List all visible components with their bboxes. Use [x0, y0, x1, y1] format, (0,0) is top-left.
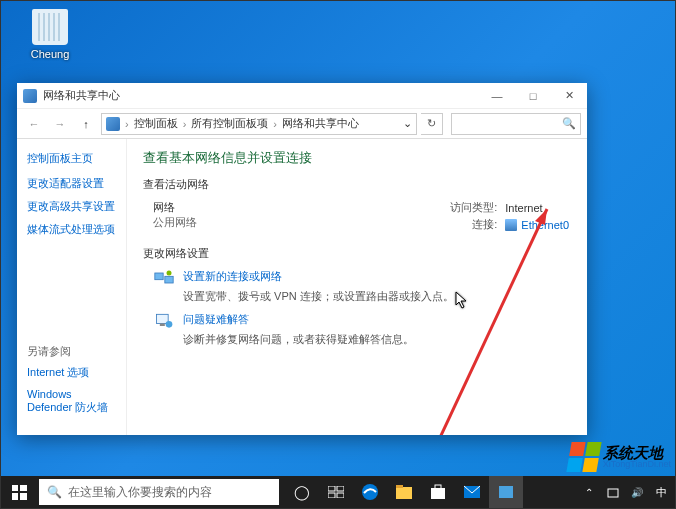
sidebar-link-firewall[interactable]: Windows Defender 防火墙: [27, 388, 116, 415]
option-new-connection-title: 设置新的连接或网络: [183, 269, 282, 284]
watermark: 系统天地 XiTongTianDi.net: [569, 442, 671, 472]
breadcrumb-dropdown[interactable]: ⌄: [403, 117, 412, 130]
titlebar[interactable]: 网络和共享中心 — □ ✕: [17, 83, 587, 109]
troubleshoot-icon: [153, 312, 175, 330]
taskbar: 🔍 在这里输入你要搜索的内容 ◯ ⌃ 🔊 中: [1, 476, 675, 508]
watermark-logo-icon: [566, 442, 601, 472]
option-new-connection-desc: 设置宽带、拨号或 VPN 连接；或设置路由器或接入点。: [183, 289, 569, 304]
sidebar-link-media-streaming[interactable]: 媒体流式处理选项: [27, 222, 116, 237]
refresh-button[interactable]: ↻: [421, 113, 443, 135]
sidebar-home-link[interactable]: 控制面板主页: [27, 151, 116, 166]
option-troubleshoot-title: 问题疑难解答: [183, 312, 249, 327]
taskbar-app-mail[interactable]: [455, 476, 489, 508]
breadcrumb[interactable]: › 控制面板 › 所有控制面板项 › 网络和共享中心 ⌄: [101, 113, 417, 135]
page-heading: 查看基本网络信息并设置连接: [143, 149, 569, 167]
svg-rect-8: [328, 486, 335, 491]
task-view-icon: [328, 486, 344, 498]
minimize-button[interactable]: —: [479, 83, 515, 108]
taskbar-app-store[interactable]: [421, 476, 455, 508]
svg-rect-9: [337, 486, 344, 491]
svg-rect-14: [396, 485, 403, 488]
breadcrumb-item[interactable]: 控制面板: [134, 116, 178, 131]
network-name: 网络: [153, 200, 303, 215]
search-input[interactable]: 🔍: [451, 113, 581, 135]
start-button[interactable]: [1, 476, 37, 508]
svg-point-5: [166, 321, 173, 328]
windows-icon: [12, 485, 27, 500]
mail-icon: [463, 485, 481, 499]
tray-chevron-up-icon[interactable]: ⌃: [581, 487, 597, 498]
cortana-button[interactable]: ◯: [285, 476, 319, 508]
svg-rect-10: [328, 493, 335, 498]
sidebar-link-adapter[interactable]: 更改适配器设置: [27, 176, 116, 191]
maximize-button[interactable]: □: [515, 83, 551, 108]
sidebar-link-advanced-sharing[interactable]: 更改高级共享设置: [27, 199, 116, 214]
task-view-button[interactable]: [319, 476, 353, 508]
access-type-label: 访问类型:: [450, 200, 497, 215]
svg-point-2: [167, 271, 172, 276]
connection-link[interactable]: Ethernet0: [505, 219, 569, 231]
address-bar: ← → ↑ › 控制面板 › 所有控制面板项 › 网络和共享中心 ⌄ ↻ 🔍: [17, 109, 587, 139]
svg-rect-15: [431, 488, 445, 499]
active-network-row: 网络 公用网络 访问类型: Internet 连接: Ethernet0: [153, 200, 569, 232]
forward-button[interactable]: →: [49, 113, 71, 135]
search-icon: 🔍: [562, 117, 576, 130]
tray-ime-icon[interactable]: 中: [653, 485, 669, 500]
up-button[interactable]: ↑: [75, 113, 97, 135]
back-button[interactable]: ←: [23, 113, 45, 135]
window-icon: [23, 89, 37, 103]
content-pane: 查看基本网络信息并设置连接 查看活动网络 网络 公用网络 访问类型: Inter…: [127, 139, 587, 435]
section-change-settings: 更改网络设置: [143, 246, 569, 261]
connection-label: 连接:: [450, 217, 497, 232]
tray-volume-icon[interactable]: 🔊: [629, 487, 645, 498]
option-troubleshoot-desc: 诊断并修复网络问题，或者获得疑难解答信息。: [183, 332, 569, 347]
taskbar-search[interactable]: 🔍 在这里输入你要搜索的内容: [39, 479, 279, 505]
taskbar-app-explorer[interactable]: [387, 476, 421, 508]
taskbar-search-placeholder: 在这里输入你要搜索的内容: [68, 484, 212, 501]
svg-rect-13: [396, 487, 412, 499]
svg-rect-3: [157, 314, 169, 323]
svg-rect-1: [165, 276, 173, 283]
tray-network-icon[interactable]: [605, 485, 621, 499]
breadcrumb-item[interactable]: 网络和共享中心: [282, 116, 359, 131]
breadcrumb-item[interactable]: 所有控制面板项: [191, 116, 268, 131]
sidebar-link-internet-options[interactable]: Internet 选项: [27, 365, 116, 380]
network-type: 公用网络: [153, 215, 303, 230]
sidebar-see-also-header: 另请参阅: [27, 344, 116, 359]
address-icon: [106, 117, 120, 131]
svg-rect-11: [337, 493, 344, 498]
watermark-subtitle: XiTongTianDi.net: [603, 460, 671, 469]
window-title: 网络和共享中心: [43, 88, 479, 103]
watermark-title: 系统天地: [603, 445, 671, 460]
system-tray: ⌃ 🔊 中: [581, 476, 675, 508]
desktop-icon-label: Cheung: [31, 48, 70, 60]
store-icon: [429, 484, 447, 500]
option-troubleshoot[interactable]: 问题疑难解答: [153, 312, 569, 330]
taskbar-app-edge[interactable]: [353, 476, 387, 508]
edge-icon: [361, 483, 379, 501]
window-network-sharing-center: 网络和共享中心 — □ ✕ ← → ↑ › 控制面板 › 所有控制面板项 › 网…: [17, 83, 587, 435]
search-icon: 🔍: [47, 485, 62, 499]
close-button[interactable]: ✕: [551, 83, 587, 108]
svg-rect-4: [160, 324, 165, 327]
svg-rect-0: [155, 273, 163, 280]
sidebar: 控制面板主页 更改适配器设置 更改高级共享设置 媒体流式处理选项 另请参阅 In…: [17, 139, 127, 435]
recycle-bin-icon: [32, 9, 68, 45]
section-active-networks: 查看活动网络: [143, 177, 569, 192]
access-type-value: Internet: [505, 202, 569, 214]
desktop-icon-recycle-bin[interactable]: Cheung: [23, 9, 77, 60]
svg-rect-18: [499, 486, 513, 498]
option-new-connection[interactable]: 设置新的连接或网络: [153, 269, 569, 287]
new-connection-icon: [153, 269, 175, 287]
svg-rect-19: [608, 489, 618, 497]
ethernet-icon: [505, 219, 517, 231]
control-panel-icon: [497, 484, 515, 500]
file-explorer-icon: [395, 484, 413, 500]
connection-name: Ethernet0: [521, 219, 569, 231]
taskbar-app-control-panel[interactable]: [489, 476, 523, 508]
